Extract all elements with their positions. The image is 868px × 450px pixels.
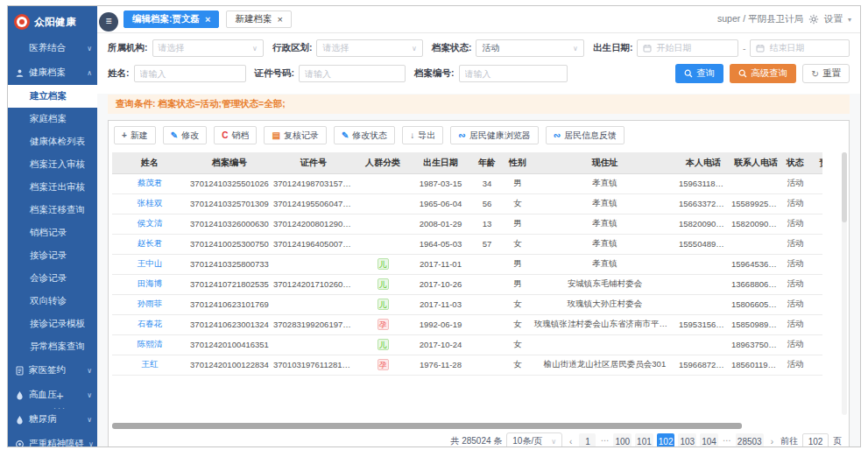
toolbar-button-修改[interactable]: ✎修改 <box>163 126 207 144</box>
sidebar-item-异常档案查询[interactable]: 异常档案查询 <box>8 335 97 358</box>
sidebar-collapse-button[interactable]: ≡ <box>99 12 118 32</box>
cell-file_no: 37012410325800733 <box>187 254 272 274</box>
sidebar-item-建立档案[interactable]: 建立档案 <box>8 85 97 108</box>
cell-address: 孝直镇 <box>533 193 677 214</box>
table-row[interactable]: 赵长君3701241002530075037012419640500702919… <box>112 234 822 254</box>
sidebar-nav: 医养结合∨健康档案∧建立档案家庭档案健康体检列表档案迁入审核档案迁出审核档案迁移… <box>8 36 97 446</box>
floating-add-button[interactable]: + ··· <box>53 390 67 414</box>
table-row[interactable]: 王红37012420100122834370103197611281527孕19… <box>112 355 822 375</box>
close-icon[interactable]: × <box>205 14 210 25</box>
close-icon[interactable]: × <box>277 14 282 25</box>
sidebar-group-家医签约[interactable]: 家医签约∨ <box>8 358 97 383</box>
sidebar-group-严重精神障碍[interactable]: 严重精神障碍∨ <box>8 432 97 446</box>
table-row[interactable]: 张桂双3701241032570130937012419550604704X19… <box>112 193 822 214</box>
vertical-scrollbar-thumb[interactable] <box>842 152 847 222</box>
sidebar-item-健康体检列表[interactable]: 健康体检列表 <box>8 130 97 153</box>
cell-gender: 男 <box>503 254 533 274</box>
horizontal-scrollbar-thumb[interactable] <box>112 423 742 429</box>
next-page-button[interactable]: › <box>768 437 776 446</box>
region-select[interactable]: 请选择 ∨ <box>316 39 423 57</box>
sidebar-item-档案迁出审核[interactable]: 档案迁出审核 <box>8 176 97 199</box>
table-row[interactable]: 蔡茂君3701241032550102637012419870315701X19… <box>112 173 822 193</box>
sidebar-item-接诊记录[interactable]: 接诊记录 <box>8 244 97 267</box>
cell-name[interactable]: 陈熙清 <box>112 334 187 355</box>
settings-menu[interactable]: 设置 <box>824 13 843 25</box>
id-number-input[interactable] <box>305 69 399 79</box>
org-select[interactable]: 请选择 ∨ <box>152 39 264 57</box>
table-row[interactable]: 侯文清3701241032600063037012420080129001720… <box>112 214 822 234</box>
sidebar-group-糖尿病[interactable]: 糖尿病∨ <box>8 407 97 432</box>
name-input[interactable] <box>140 69 240 79</box>
page-button-28503[interactable]: 28503 <box>736 433 764 447</box>
table-row[interactable]: 孙雨菲37012410623101769儿2017-11-03女玫瑰镇大孙庄村委… <box>112 294 822 314</box>
child-category-badge: 儿 <box>378 278 389 290</box>
dob-start-input[interactable]: 开始日期 <box>637 39 738 57</box>
horizontal-scrollbar <box>112 423 836 429</box>
table-row[interactable]: 王中山37012410325800733儿2017-11-01男孝直镇15964… <box>112 254 822 274</box>
sidebar-group-健康档案[interactable]: 健康档案∧ <box>8 60 97 85</box>
page-button-104[interactable]: 104 <box>700 433 718 447</box>
cell-name[interactable]: 张桂双 <box>112 193 187 214</box>
page-button-103[interactable]: 103 <box>678 433 696 447</box>
sidebar-item-家庭档案[interactable]: 家庭档案 <box>8 108 97 130</box>
toolbar-button-居民健康浏览器[interactable]: ∾居民健康浏览器 <box>450 126 538 144</box>
file-number-input[interactable] <box>465 69 561 79</box>
sidebar-item-双向转诊[interactable]: 双向转诊 <box>8 290 97 313</box>
cell-name[interactable]: 石春花 <box>112 314 187 334</box>
sidebar-item-档案迁移查询[interactable]: 档案迁移查询 <box>8 199 97 221</box>
page-size-select[interactable]: 10条/页 ∨ <box>506 432 562 446</box>
reset-button[interactable]: ↻ 重置 <box>802 64 850 83</box>
column-header-出生日期: 出生日期 <box>410 152 471 173</box>
cell-name[interactable]: 蔡茂君 <box>112 173 187 193</box>
gear-icon[interactable] <box>808 14 819 25</box>
toolbar-button-销档[interactable]: C销档 <box>214 126 257 144</box>
page-button-101[interactable]: 101 <box>635 433 653 447</box>
table-row[interactable]: 田海博37012410721802535370124201710260052儿2… <box>112 274 822 294</box>
table-row[interactable]: 陈熙清37012420100416351儿2017-10-24女18963750… <box>112 334 822 355</box>
toolbar-button-导出[interactable]: ↓导出 <box>402 126 443 144</box>
table-wrap: 姓名档案编号证件号人群分类出生日期年龄性别现住址本人电话联系人电话状态责任医生 … <box>112 152 822 415</box>
cell-name[interactable]: 王红 <box>112 355 187 375</box>
cell-phone <box>677 294 730 314</box>
cell-doctor: 肖 <box>808 193 822 214</box>
toolbar-button-复核记录[interactable]: ▤复核记录 <box>264 126 326 144</box>
advanced-query-button[interactable]: 高级查询 <box>730 64 796 83</box>
sidebar-item-档案迁入审核[interactable]: 档案迁入审核 <box>8 153 97 176</box>
sidebar-item-label: 双向转诊 <box>30 295 67 306</box>
status-select[interactable]: 活动 ∨ <box>476 39 583 57</box>
page-button-1[interactable]: 1 <box>579 433 596 447</box>
cell-doctor <box>808 254 822 274</box>
sidebar-item-label: 档案迁移查询 <box>30 204 85 214</box>
toolbar-button-居民信息反馈[interactable]: ∾居民信息反馈 <box>546 126 625 144</box>
cell-name[interactable]: 侯文清 <box>112 214 187 234</box>
cell-status: 活动 <box>782 173 808 193</box>
cell-id_no: 370103197611281527 <box>272 355 356 375</box>
prev-page-button[interactable]: ‹ <box>567 437 575 446</box>
cell-name[interactable]: 赵长君 <box>112 234 187 254</box>
table-row[interactable]: 石春花37012410623001324370283199206197029孕1… <box>112 314 822 334</box>
tab-编辑档案:贾文磊[interactable]: 编辑档案:贾文磊× <box>123 11 219 28</box>
page-button-102[interactable]: 102 <box>657 433 675 447</box>
tab-新建档案[interactable]: 新建档案× <box>226 11 291 28</box>
page-button-100[interactable]: 100 <box>613 433 632 447</box>
cell-dob: 1992-06-19 <box>410 314 471 334</box>
jump-page-input[interactable] <box>802 433 829 447</box>
dob-end-input[interactable]: 结束日期 <box>750 39 850 57</box>
cell-contact_phone: 15850989361 <box>730 314 782 334</box>
edit-icon: ✎ <box>171 130 178 140</box>
cell-name[interactable]: 孙雨菲 <box>112 294 187 314</box>
sidebar-item-接诊记录模板[interactable]: 接诊记录模板 <box>8 313 97 335</box>
sidebar-group-高血压[interactable]: 高血压∨ <box>8 383 97 407</box>
cell-name[interactable]: 王中山 <box>112 254 187 274</box>
cell-name[interactable]: 田海博 <box>112 274 187 294</box>
toolbar-button-新建[interactable]: +新建 <box>114 126 156 144</box>
cell-id_no <box>272 294 356 314</box>
toolbar-button-修改状态[interactable]: ✎修改状态 <box>334 126 395 144</box>
cell-dob: 1964-05-03 <box>410 234 471 254</box>
sidebar-item-销档记录[interactable]: 销档记录 <box>8 221 97 244</box>
refresh-icon: ↻ <box>811 68 819 79</box>
query-button[interactable]: 查询 <box>675 64 723 83</box>
cell-file_no: 37012410025300750 <box>187 234 272 254</box>
sidebar-item-会诊记录[interactable]: 会诊记录 <box>8 267 97 290</box>
sidebar-group-医养结合[interactable]: 医养结合∨ <box>8 36 97 60</box>
